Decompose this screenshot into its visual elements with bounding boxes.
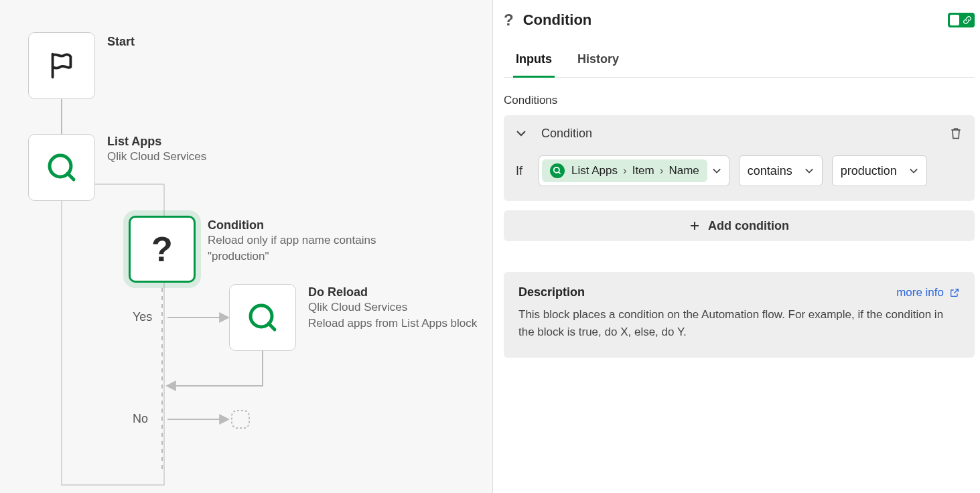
description-title: Description — [518, 285, 585, 299]
qlik-icon — [46, 151, 78, 184]
flag-icon — [46, 50, 77, 81]
node-start-label: Start — [107, 35, 135, 49]
node-condition[interactable]: ? — [129, 216, 196, 283]
condition-item: Condition If List Apps › Item › — [504, 115, 975, 201]
flow-canvas[interactable]: Start List Apps Qlik Cloud Services ? Co… — [0, 0, 492, 493]
chevron-down-icon[interactable] — [516, 128, 527, 139]
conditions-label: Conditions — [504, 94, 975, 107]
tabs: Inputs History — [504, 48, 975, 78]
plus-icon — [689, 220, 700, 231]
svg-line-10 — [559, 172, 561, 174]
details-panel: ? Condition Inputs History Conditions Co… — [492, 0, 980, 493]
qlik-icon — [247, 301, 279, 334]
node-do-reload-label: Do Reload Qlik Cloud Services Reload app… — [308, 285, 477, 332]
more-info-link[interactable]: more info — [896, 286, 960, 299]
node-list-apps[interactable] — [28, 134, 95, 201]
description-box: Description more info This block places … — [504, 272, 975, 358]
tab-history[interactable]: History — [577, 48, 619, 77]
chevron-down-icon — [712, 166, 721, 175]
trash-icon[interactable] — [949, 126, 963, 141]
svg-line-6 — [68, 173, 74, 180]
svg-line-8 — [269, 324, 275, 330]
qlik-badge-icon — [550, 163, 565, 178]
node-do-reload[interactable] — [229, 284, 296, 351]
description-text: This block places a condition on the Aut… — [518, 306, 960, 342]
if-label: If — [516, 164, 529, 178]
svg-rect-4 — [232, 411, 249, 428]
field-path-crumbs: List Apps › Item › Name — [571, 164, 699, 178]
question-icon: ? — [151, 229, 173, 269]
panel-title: Condition — [523, 11, 592, 29]
node-condition-label: Condition Reload only if app name contai… — [208, 218, 422, 265]
edge-no-label: No — [133, 412, 148, 426]
add-condition-button[interactable]: Add condition — [504, 210, 975, 241]
chevron-down-icon — [804, 166, 814, 175]
link-toggle[interactable] — [948, 13, 975, 27]
chevron-down-icon — [909, 166, 918, 175]
node-list-apps-label: List Apps Qlik Cloud Services — [107, 135, 206, 165]
value-select[interactable]: production — [832, 155, 927, 186]
condition-item-title: Condition — [541, 127, 592, 141]
link-icon — [963, 15, 972, 25]
tab-inputs[interactable]: Inputs — [516, 48, 552, 77]
node-start[interactable] — [28, 32, 95, 99]
external-link-icon — [949, 287, 960, 298]
svg-point-9 — [554, 167, 559, 173]
field-path-picker[interactable]: List Apps › Item › Name — [539, 155, 729, 186]
question-icon: ? — [504, 11, 514, 29]
operator-select[interactable]: contains — [739, 155, 823, 186]
edge-yes-label: Yes — [133, 310, 152, 324]
